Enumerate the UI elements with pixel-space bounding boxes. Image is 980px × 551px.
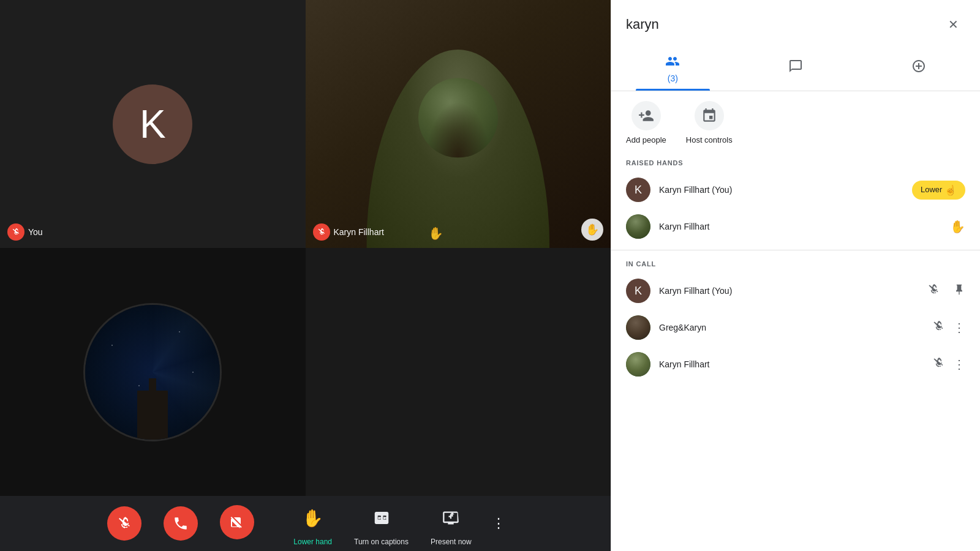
video-cell-karyn: Karyn Fillhart ✋ ✋ — [306, 0, 611, 248]
in-call-name-greg: Greg&Karyn — [659, 323, 924, 332]
mute-icon-in-call-3[interactable] — [932, 357, 944, 372]
avatar-you: K — [113, 84, 192, 164]
name-karyn-you: Karyn Fillhart (You) — [659, 185, 903, 195]
hand-icon-near-name: ✋ — [428, 226, 443, 241]
bottom-right-bg — [306, 248, 611, 496]
mute-icon-you — [7, 223, 24, 241]
mute-icon-circle — [107, 506, 141, 541]
end-call-button[interactable] — [155, 503, 206, 544]
video-cell-bottom-left — [0, 248, 306, 496]
pin-icon-in-call-1[interactable] — [953, 283, 965, 299]
camera-icon-circle — [220, 505, 254, 539]
host-controls-icon — [695, 101, 724, 130]
name-badge-you: You — [7, 223, 43, 241]
chat-tab-icon — [788, 59, 803, 77]
in-call-header: IN CALL — [611, 255, 980, 272]
raised-hands-header: RAISED HANDS — [611, 154, 980, 171]
lower-hand-label: Lower hand — [293, 538, 332, 546]
tab-activities[interactable] — [857, 47, 980, 91]
panel-header: karyn ✕ — [611, 0, 980, 37]
lower-button-karyn-you[interactable]: Lower ☝ — [912, 181, 965, 200]
video-cell-bottom-right — [306, 248, 611, 496]
name-karyn-other: Karyn Fillhart — [659, 222, 941, 231]
avatar-in-call-karyn-you: K — [626, 279, 650, 303]
end-call-icon — [157, 499, 205, 547]
avatar-karyn-you: K — [626, 178, 650, 202]
hand-raised-badge-karyn: ✋ — [581, 219, 603, 241]
present-icon — [434, 501, 468, 535]
avatar-karyn-third — [626, 352, 650, 377]
in-call-name-karyn-third: Karyn Fillhart — [659, 359, 924, 369]
lower-btn-label: Lower — [921, 184, 942, 193]
activities-tab-icon — [911, 59, 926, 77]
lower-cursor: ☝ — [944, 184, 957, 196]
host-controls-button[interactable]: Host controls — [686, 101, 733, 144]
present-label: Present now — [431, 538, 472, 546]
more-icon: ⋮ — [492, 515, 505, 531]
close-icon: ✕ — [948, 17, 959, 32]
panel-actions: Add people Host controls — [611, 91, 980, 154]
video-area: K You — [0, 0, 611, 551]
karyn-label: Karyn Fillhart — [334, 227, 384, 237]
divider-1 — [611, 250, 980, 250]
video-grid: K You — [0, 0, 611, 496]
tab-chat[interactable] — [734, 47, 858, 91]
lower-hand-icon: ✋ — [296, 501, 330, 535]
in-call-row-karyn-third: Karyn Fillhart ⋮ — [611, 346, 980, 383]
mute-icon-in-call-2[interactable] — [932, 320, 944, 335]
add-people-button[interactable]: Add people — [626, 101, 666, 144]
camera-button[interactable] — [211, 501, 263, 545]
hand-icon-karyn[interactable]: ✋ — [950, 219, 965, 234]
kebab-icon-karyn-third[interactable]: ⋮ — [953, 357, 965, 372]
avatar-karyn-other — [626, 214, 650, 239]
karyn-video-bg — [306, 0, 611, 248]
mute-button[interactable] — [99, 503, 150, 544]
people-tab-icon — [665, 54, 680, 72]
mute-icon-karyn — [313, 223, 330, 241]
raised-hand-row-karyn-you: K Karyn Fillhart (You) Lower ☝ — [611, 171, 980, 208]
present-now-button[interactable]: Present now — [422, 497, 480, 550]
captions-icon — [364, 501, 399, 535]
add-people-icon — [631, 101, 661, 130]
in-call-name-karyn-you: Karyn Fillhart (You) — [659, 286, 919, 296]
people-count: (3) — [668, 73, 678, 83]
lower-hand-button[interactable]: ✋ Lower hand — [285, 497, 341, 550]
tab-people[interactable]: (3) — [611, 47, 734, 91]
host-controls-label: Host controls — [686, 135, 733, 144]
right-panel: karyn ✕ (3) — [611, 0, 980, 551]
in-call-row-greg: Greg&Karyn ⋮ — [611, 309, 980, 346]
controls-bar: ✋ Lower hand Turn on captions Present no… — [0, 496, 611, 551]
video-cell-you: K You — [0, 0, 306, 248]
avatar-greg-karyn — [626, 315, 650, 340]
raised-hand-row-karyn: Karyn Fillhart ✋ — [611, 208, 980, 245]
panel-tabs: (3) — [611, 42, 980, 91]
captions-button[interactable]: Turn on captions — [345, 497, 417, 550]
name-badge-karyn: Karyn Fillhart — [313, 223, 384, 241]
add-people-label: Add people — [626, 135, 666, 144]
mute-icon-in-call-1[interactable] — [927, 283, 940, 299]
you-label: You — [28, 227, 43, 237]
kebab-icon-greg[interactable]: ⋮ — [953, 320, 965, 335]
panel-title: karyn — [626, 17, 659, 32]
captions-label: Turn on captions — [354, 538, 409, 546]
more-options-button[interactable]: ⋮ — [485, 510, 512, 537]
in-call-row-karyn-you: K Karyn Fillhart (You) — [611, 272, 980, 309]
close-panel-button[interactable]: ✕ — [941, 12, 965, 37]
